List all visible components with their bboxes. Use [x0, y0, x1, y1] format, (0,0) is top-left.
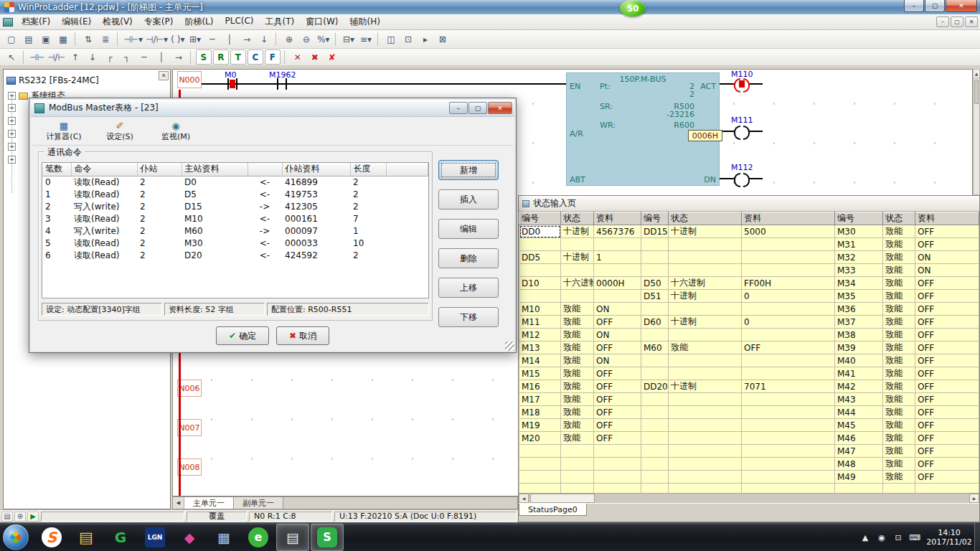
status-cell[interactable]: M32 — [835, 251, 883, 264]
status-cell[interactable] — [669, 445, 742, 458]
menu-item[interactable]: 工具(T) — [260, 14, 301, 29]
status-cell[interactable]: OFF — [915, 303, 979, 316]
contact-m0[interactable] — [227, 78, 237, 90]
status-cell[interactable] — [641, 393, 669, 406]
status-cell[interactable]: M49 — [835, 471, 883, 484]
status-cell[interactable]: 致能 — [883, 251, 915, 264]
network-label-n000[interactable]: N000 — [177, 71, 202, 88]
status-cell[interactable]: OFF — [594, 419, 641, 432]
status-cell[interactable]: OFF — [915, 316, 979, 329]
status-cell[interactable]: M35 — [835, 290, 883, 303]
status-cell[interactable]: OFF — [594, 380, 641, 393]
status-cell[interactable] — [641, 484, 669, 494]
coil-dropdown-icon[interactable]: ( )▾ — [170, 32, 186, 47]
status-cell[interactable]: 致能 — [561, 329, 594, 342]
modbus-column-header[interactable]: 命令 — [71, 163, 137, 176]
status-cell[interactable]: OFF — [915, 238, 979, 251]
status-cell[interactable]: 致能 — [561, 316, 594, 329]
status-cell[interactable] — [519, 290, 561, 303]
zoom-in-icon[interactable]: ⊕ — [281, 32, 297, 47]
select-pointer-icon[interactable]: ↖ — [4, 50, 19, 65]
status-page-tab[interactable]: StatusPage0 — [519, 504, 587, 516]
status-cell[interactable] — [669, 264, 742, 277]
status-cell[interactable] — [519, 484, 561, 494]
status-cell[interactable] — [641, 303, 669, 316]
status-cell[interactable]: OFF — [915, 329, 979, 342]
modbus-column-header[interactable]: 主站资料 — [182, 163, 248, 176]
status-column-header[interactable]: 编号 — [835, 212, 883, 225]
scroll-right-icon[interactable]: ▶ — [969, 494, 979, 503]
status-cell[interactable]: M41 — [835, 367, 883, 380]
status-cell[interactable]: 致能 — [561, 367, 594, 380]
status-cell[interactable]: OFF — [915, 393, 979, 406]
monitor-button[interactable]: ◉ 监视(M) — [153, 120, 199, 144]
network-label-n008[interactable]: N008 — [177, 458, 202, 476]
status-cell[interactable]: 致能 — [883, 406, 915, 419]
function-dropdown-icon[interactable]: ⊞▾ — [187, 32, 203, 47]
status-cell[interactable] — [669, 432, 742, 445]
status-page-icon[interactable]: ⊠ — [435, 32, 451, 47]
speed-ball-overlay[interactable]: 50 — [620, 0, 646, 17]
counter-icon[interactable]: C — [248, 50, 263, 65]
clock[interactable]: 14:10 2017/11/02 — [925, 528, 973, 547]
status-cell[interactable] — [561, 290, 594, 303]
status-cell[interactable]: M48 — [835, 458, 883, 471]
status-cell[interactable] — [742, 303, 835, 316]
dialog-side-button[interactable]: 编辑 — [438, 219, 499, 239]
taskbar-calculator-icon[interactable]: ▦ — [207, 524, 240, 551]
status-cell[interactable]: ON — [915, 264, 979, 277]
status-cell[interactable] — [519, 238, 561, 251]
status-cell[interactable]: M40 — [835, 354, 883, 367]
status-cell[interactable] — [561, 471, 594, 484]
status-cell[interactable]: 5000 — [742, 225, 835, 238]
taskbar-sogou-icon[interactable]: S — [35, 524, 68, 551]
status-cell[interactable]: M45 — [835, 419, 883, 432]
contact-rising-icon[interactable]: ↑ — [67, 50, 83, 65]
status-cell[interactable]: M37 — [835, 316, 883, 329]
dialog-side-button[interactable]: 插入 — [438, 189, 499, 209]
status-cell[interactable] — [561, 458, 594, 471]
status-cell[interactable] — [742, 329, 835, 342]
delete-column-icon[interactable]: ✖ — [307, 50, 323, 65]
mdi-restore-button[interactable]: ▢ — [951, 17, 963, 27]
modbus-command-row[interactable]: 2 写入(write) 2 D15 -> 412305 2 — [42, 201, 428, 213]
modbus-column-header[interactable] — [248, 163, 282, 176]
status-cell[interactable] — [669, 419, 742, 432]
scroll-up-icon[interactable]: ▲ — [974, 70, 979, 78]
status-cell[interactable] — [742, 432, 835, 445]
status-cell[interactable]: 致能 — [561, 354, 594, 367]
monitor-icon[interactable]: ◫ — [383, 32, 399, 47]
separator[interactable] — [377, 32, 380, 46]
status-cell[interactable]: M11 — [519, 316, 561, 329]
status-cell[interactable]: 致能 — [883, 303, 915, 316]
status-cell[interactable]: DD0 — [519, 225, 561, 238]
status-cell[interactable]: 7071 — [742, 380, 835, 393]
taskbar-s-app-icon[interactable]: S — [311, 524, 344, 551]
status-column-header[interactable]: 状态 — [883, 212, 915, 225]
status-cell[interactable] — [742, 484, 835, 494]
minimize-button[interactable]: – — [904, 0, 924, 12]
hwire-icon[interactable]: ─ — [136, 50, 152, 65]
status-column-header[interactable]: 编号 — [519, 212, 561, 225]
branch-open-icon[interactable]: ┌ — [102, 50, 118, 65]
status-cell[interactable] — [669, 393, 742, 406]
status-cell[interactable] — [641, 406, 669, 419]
status-cell[interactable]: 致能 — [561, 406, 594, 419]
mdi-minimize-button[interactable]: – — [936, 17, 949, 27]
function-block-mbus[interactable]: 150P.M-BUS EN A/R ABT ACT ERR DN Pt: 2 2… — [566, 72, 720, 186]
page-icon[interactable]: ▤ — [1, 512, 13, 522]
status-cell[interactable]: ON — [594, 354, 641, 367]
status-cell[interactable] — [561, 238, 594, 251]
status-cell[interactable]: OFF — [594, 432, 641, 445]
status-column-header[interactable]: 编号 — [641, 212, 669, 225]
status-cell[interactable]: OFF — [742, 342, 835, 354]
scroll-left-icon[interactable]: ◀ — [519, 494, 529, 503]
taskbar-folder-icon[interactable]: ▤ — [70, 524, 103, 551]
status-cell[interactable] — [742, 445, 835, 458]
arrow-down-icon[interactable]: ↓ — [256, 32, 272, 47]
timer-icon[interactable]: T — [230, 50, 246, 65]
status-cell[interactable] — [641, 445, 669, 458]
status-hscrollbar[interactable]: ◀ ▶ — [519, 493, 979, 503]
separator[interactable] — [23, 50, 25, 64]
status-cell[interactable]: 致能 — [883, 458, 915, 471]
